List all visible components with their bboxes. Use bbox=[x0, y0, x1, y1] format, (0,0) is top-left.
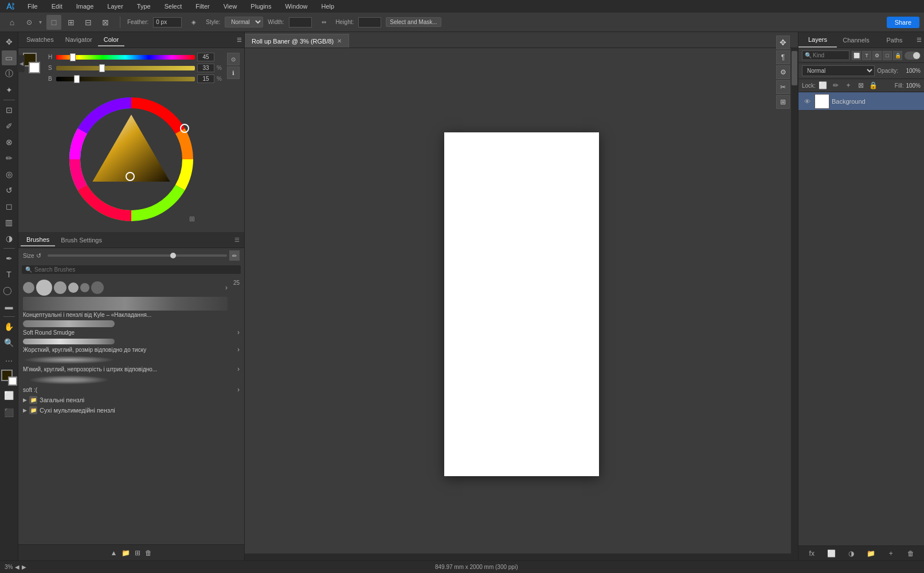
feather-input[interactable] bbox=[153, 17, 182, 28]
delete-layer-btn[interactable]: 🗑 bbox=[905, 548, 917, 559]
add-mask-btn[interactable]: ⬜ bbox=[826, 548, 837, 559]
spot-heal-tool[interactable]: ⊗ bbox=[2, 135, 17, 150]
tab-layers[interactable]: Layers bbox=[798, 32, 837, 48]
tab-navigator[interactable]: Navigator bbox=[60, 34, 98, 46]
brush-tool[interactable]: ✏ bbox=[2, 151, 17, 166]
new-selection-icon[interactable]: □ bbox=[46, 15, 61, 30]
blend-mode-select[interactable]: Normal bbox=[802, 65, 875, 76]
brush-edit-btn[interactable]: ✏ bbox=[229, 250, 240, 261]
select-mask-button[interactable]: Select and Mask... bbox=[386, 17, 441, 27]
brush-arrow-4[interactable]: › bbox=[237, 365, 240, 373]
intersect-selection-icon[interactable]: ⊠ bbox=[98, 15, 113, 30]
layer-item-background[interactable]: 👁 Background bbox=[798, 92, 924, 111]
menu-image[interactable]: Image bbox=[74, 2, 96, 11]
size-reset-icon[interactable]: ↺ bbox=[36, 252, 45, 260]
path-select-tool[interactable]: ⃝ bbox=[2, 283, 17, 298]
canvas-viewport[interactable] bbox=[245, 48, 798, 560]
new-layer-btn[interactable]: + bbox=[885, 548, 896, 559]
eyedropper-tool[interactable]: ✐ bbox=[2, 119, 17, 134]
sat-input[interactable] bbox=[197, 64, 214, 72]
tab-paths[interactable]: Paths bbox=[875, 32, 914, 48]
fg-bg-colors[interactable] bbox=[1, 370, 17, 386]
lock-image-btn[interactable]: ✏ bbox=[831, 80, 841, 91]
menu-view[interactable]: View bbox=[221, 2, 240, 11]
layer-visibility-icon[interactable]: 👁 bbox=[802, 96, 812, 107]
canvas-tool-3[interactable]: ⚙ bbox=[776, 65, 790, 79]
canvas-scrollbar-horizontal[interactable] bbox=[245, 554, 791, 560]
hand-tool[interactable]: ✋ bbox=[2, 319, 17, 334]
share-button[interactable]: Share bbox=[887, 17, 919, 28]
eraser-tool[interactable]: ◻ bbox=[2, 199, 17, 214]
brush-arrow-5[interactable]: › bbox=[237, 386, 240, 394]
dodge-tool[interactable]: ◑ bbox=[2, 231, 17, 246]
lock-artboard-btn[interactable]: ⊠ bbox=[856, 80, 866, 91]
brush-arrow-2[interactable]: › bbox=[237, 328, 240, 336]
canvas-tool-2[interactable]: ¶ bbox=[776, 50, 790, 64]
shape-tool[interactable]: ▬ bbox=[2, 299, 17, 314]
panel-collapse-left[interactable]: ◀ bbox=[18, 55, 25, 72]
add-selection-icon[interactable]: ⊞ bbox=[64, 15, 79, 30]
panel-arrow-up[interactable]: ▲ bbox=[111, 549, 118, 557]
width-input[interactable] bbox=[289, 17, 312, 28]
move-tool[interactable]: ✥ bbox=[2, 34, 17, 49]
menu-help[interactable]: Help bbox=[319, 2, 337, 11]
panel-menu-btn[interactable]: ☰ bbox=[237, 37, 242, 43]
nav-arrow-left[interactable]: ◀ bbox=[15, 564, 19, 570]
bri-track[interactable] bbox=[56, 77, 195, 81]
menu-file[interactable]: File bbox=[25, 2, 40, 11]
list-item[interactable]: › Концептуальні і пензлі від Kyle – «Нак… bbox=[21, 278, 242, 319]
menu-edit[interactable]: Edit bbox=[49, 2, 65, 11]
bg-color-swatch[interactable] bbox=[29, 62, 40, 73]
list-item[interactable]: Жорсткий, круглий, розмір відповідно до … bbox=[21, 337, 242, 355]
new-fill-btn[interactable]: ◑ bbox=[845, 548, 857, 559]
screen-mode[interactable]: ⬛ bbox=[2, 405, 17, 420]
tab-brush-settings[interactable]: Brush Settings bbox=[55, 234, 108, 246]
height-input[interactable] bbox=[358, 17, 381, 28]
menu-layer[interactable]: Layer bbox=[105, 2, 126, 11]
color-picker-icon[interactable]: ⊙ bbox=[227, 53, 240, 65]
background-color[interactable] bbox=[8, 376, 17, 386]
link-icon[interactable]: ⇔ bbox=[316, 15, 331, 30]
sat-track[interactable] bbox=[56, 66, 195, 70]
layer-filter-3[interactable]: ⚙ bbox=[872, 51, 882, 60]
canvas-close-btn[interactable]: ✕ bbox=[337, 38, 342, 44]
color-info-icon[interactable]: ℹ bbox=[227, 66, 240, 79]
tab-color[interactable]: Color bbox=[98, 34, 124, 46]
group-btn[interactable]: 📁 bbox=[866, 548, 877, 559]
panel-delete-btn[interactable]: 🗑 bbox=[145, 549, 152, 557]
bri-input[interactable] bbox=[197, 74, 214, 83]
sat-thumb[interactable] bbox=[99, 64, 105, 72]
color-wheel-resize-icon[interactable]: ⊞ bbox=[189, 215, 195, 223]
list-item[interactable]: soft :( › bbox=[21, 374, 242, 395]
bri-thumb[interactable] bbox=[74, 75, 80, 83]
brush-size-track[interactable] bbox=[48, 254, 227, 257]
crop-tool[interactable]: ⊡ bbox=[2, 103, 17, 117]
lasso-tool[interactable]: ⓛ bbox=[2, 66, 17, 81]
text-tool[interactable]: T bbox=[2, 267, 17, 282]
panel-add-btn[interactable]: ⊞ bbox=[135, 549, 140, 557]
fx-btn[interactable]: fx bbox=[806, 548, 817, 559]
canvas-tool-1[interactable]: ✥ bbox=[776, 36, 790, 49]
layer-filter-2[interactable]: T bbox=[862, 51, 871, 60]
brush-size-thumb[interactable] bbox=[170, 253, 176, 258]
lasso-icon[interactable]: ⊙ bbox=[22, 15, 37, 30]
hue-input[interactable] bbox=[197, 53, 214, 61]
subtract-selection-icon[interactable]: ⊟ bbox=[81, 15, 96, 30]
menu-window[interactable]: Window bbox=[283, 2, 310, 11]
layer-filter-5[interactable]: 🔒 bbox=[893, 51, 902, 60]
brush-group-1[interactable]: ▶ 📁 Загальні пензлі bbox=[21, 395, 242, 405]
right-panel-menu-btn[interactable]: ☰ bbox=[914, 32, 924, 48]
tab-brushes[interactable]: Brushes bbox=[21, 234, 55, 246]
pen-tool[interactable]: ✒ bbox=[2, 251, 17, 266]
more-tools[interactable]: … bbox=[2, 351, 17, 366]
canvas-tab-active[interactable]: Roll up Baner @ 3% (RGB/8) ✕ bbox=[245, 34, 349, 48]
panel-folder-btn[interactable]: 📁 bbox=[122, 549, 130, 557]
canvas-tool-5[interactable]: ⊞ bbox=[776, 95, 790, 109]
gradient-tool[interactable]: ▥ bbox=[2, 215, 17, 230]
lock-transparent-btn[interactable]: ⬜ bbox=[818, 80, 828, 91]
quick-mask-toggle[interactable]: ⬜ bbox=[2, 388, 17, 403]
brushes-menu-btn[interactable]: ☰ bbox=[232, 237, 242, 243]
hue-track[interactable] bbox=[56, 55, 195, 60]
menu-filter[interactable]: Filter bbox=[193, 2, 212, 11]
lock-position-btn[interactable]: + bbox=[843, 80, 853, 91]
